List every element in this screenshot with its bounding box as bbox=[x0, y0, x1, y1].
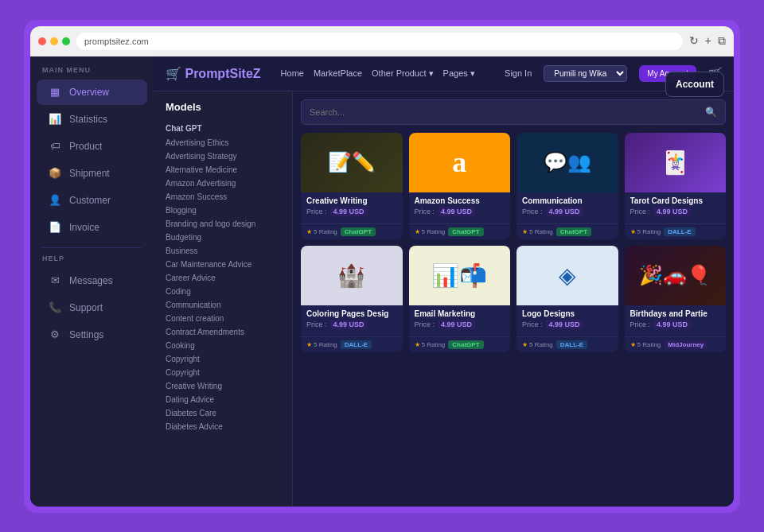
product-card[interactable]: 🎉🚗🎈 Birthdays and Partie Price : 4.99 US… bbox=[625, 246, 727, 352]
nav-pages[interactable]: Pages ▾ bbox=[443, 68, 475, 79]
model-item[interactable]: Dating Advice bbox=[166, 393, 280, 406]
product-footer: ★ 5 Rating MidJourney bbox=[625, 336, 727, 352]
user-icon: 👤 bbox=[49, 194, 61, 207]
rating-text: 5 Rating bbox=[529, 341, 553, 348]
sidebar-product-label: Product bbox=[69, 141, 102, 152]
product-image: 📝✏️ bbox=[301, 133, 403, 192]
product-footer: ★ 5 Rating ChatGPT bbox=[409, 223, 511, 239]
duplicate-icon[interactable]: ⧉ bbox=[718, 34, 726, 48]
models-title: Models bbox=[154, 91, 292, 119]
product-card[interactable]: 📊📬 Email Marketing Price : 4.99 USD ★ 5 … bbox=[409, 246, 511, 352]
product-info: Email Marketing Price : 4.99 USD bbox=[409, 305, 511, 336]
logo-part1: Prompt bbox=[185, 67, 229, 80]
model-item[interactable]: Amazon Success bbox=[166, 190, 280, 204]
rating-text: 5 Rating bbox=[529, 228, 553, 235]
rating-text: 5 Rating bbox=[637, 341, 661, 348]
document-icon: 📄 bbox=[49, 221, 61, 234]
product-card[interactable]: 💬👥 Communication Price : 4.99 USD ★ 5 Ra… bbox=[516, 133, 618, 239]
search-icon[interactable]: 🔍 bbox=[705, 107, 717, 118]
sidebar-item-product[interactable]: 🏷 Product bbox=[37, 134, 147, 159]
star-icon: ★ bbox=[630, 228, 636, 235]
sidebar-overview-label: Overview bbox=[69, 87, 109, 98]
gear-icon: ⚙ bbox=[49, 328, 61, 341]
price-value: 4.99 USD bbox=[330, 207, 368, 216]
model-tag: ChatGPT bbox=[556, 227, 591, 236]
model-tag: ChatGPT bbox=[448, 340, 483, 349]
model-item[interactable]: Branding and logo design bbox=[166, 217, 280, 231]
nav-marketplace[interactable]: MarketPlace bbox=[314, 68, 362, 78]
model-item[interactable]: Advertising Strategy bbox=[166, 150, 280, 163]
product-image: 🎉🚗🎈 bbox=[625, 246, 727, 305]
model-item[interactable]: Career Advice bbox=[166, 271, 280, 285]
product-image: 🏰 bbox=[301, 246, 403, 305]
model-item[interactable]: Copyright bbox=[166, 352, 280, 366]
model-tag: DALL-E bbox=[341, 340, 372, 349]
sidebar-item-messages[interactable]: ✉ Messages bbox=[37, 268, 147, 293]
model-item[interactable]: Advertising Ethics bbox=[166, 136, 280, 150]
nav-home[interactable]: Home bbox=[281, 68, 304, 78]
model-item[interactable]: Content creation bbox=[166, 312, 280, 325]
product-card[interactable]: ◈ Logo Designs Price : 4.99 USD ★ 5 Rati… bbox=[516, 246, 618, 352]
nav-other-product[interactable]: Other Product ▾ bbox=[372, 68, 434, 79]
minimize-button[interactable] bbox=[50, 37, 58, 45]
price-value: 4.99 USD bbox=[438, 207, 475, 216]
sidebar-item-settings[interactable]: ⚙ Settings bbox=[37, 322, 147, 348]
refresh-icon[interactable]: ↻ bbox=[689, 34, 699, 48]
model-item[interactable]: Communication bbox=[166, 298, 280, 312]
sidebar-shipment-label: Shipment bbox=[69, 168, 110, 179]
model-item[interactable]: Diabetes Advice bbox=[166, 420, 280, 433]
product-card[interactable]: 📝✏️ Creative Writing Price : 4.99 USD ★ … bbox=[301, 133, 403, 239]
model-item[interactable]: Blogging bbox=[166, 204, 280, 217]
account-badge: Account bbox=[665, 72, 724, 97]
product-info: Communication Price : 4.99 USD bbox=[516, 192, 618, 223]
sidebar-item-support[interactable]: 📞 Support bbox=[37, 295, 147, 320]
address-bar[interactable]: promptsitez.com bbox=[76, 33, 683, 50]
product-card[interactable]: a Amazon Success Price : 4.99 USD ★ 5 Ra… bbox=[409, 133, 511, 239]
model-item[interactable]: Coding bbox=[166, 285, 280, 298]
logo-part2: SiteZ bbox=[229, 67, 260, 80]
star-icon: ★ bbox=[630, 341, 636, 348]
box-icon: 📦 bbox=[49, 167, 61, 180]
maximize-button[interactable] bbox=[62, 37, 70, 45]
rating-badge: ★ 5 Rating bbox=[630, 228, 661, 235]
sidebar-divider bbox=[42, 247, 142, 248]
sidebar-item-statistics[interactable]: 📊 Statistics bbox=[37, 107, 147, 132]
sidebar-item-invoice[interactable]: 📄 Invoice bbox=[37, 215, 147, 240]
product-card[interactable]: 🃏 Tarot Card Designs Price : 4.99 USD ★ … bbox=[625, 133, 727, 239]
model-tag: ChatGPT bbox=[448, 227, 483, 236]
logo[interactable]: 🛒 PromptSiteZ bbox=[166, 66, 261, 81]
model-item[interactable]: Creative Writing bbox=[166, 379, 280, 393]
price-label: Price : bbox=[306, 320, 327, 328]
product-card[interactable]: 🏰 Coloring Pages Desig Price : 4.99 USD … bbox=[301, 246, 403, 352]
model-tag: ChatGPT bbox=[341, 227, 376, 236]
product-footer: ★ 5 Rating ChatGPT bbox=[516, 223, 618, 239]
product-name: Birthdays and Partie bbox=[630, 309, 721, 318]
sidebar-item-customer[interactable]: 👤 Customer bbox=[37, 188, 147, 213]
model-item[interactable]: Cooking bbox=[166, 339, 280, 352]
model-item[interactable]: Contract Amendments bbox=[166, 325, 280, 339]
sign-in-button[interactable]: Sign In bbox=[505, 68, 532, 78]
price-value: 4.99 USD bbox=[438, 320, 475, 329]
chart-icon: 📊 bbox=[49, 113, 61, 126]
model-item[interactable]: Business bbox=[166, 244, 280, 258]
model-item[interactable]: Copyright bbox=[166, 366, 280, 379]
model-item[interactable]: Amazon Advertising bbox=[166, 177, 280, 190]
search-input[interactable] bbox=[310, 107, 705, 117]
model-item[interactable]: Car Maintenance Advice bbox=[166, 258, 280, 271]
price-value: 4.99 USD bbox=[653, 207, 691, 216]
language-selector[interactable]: Pumili ng Wika bbox=[544, 65, 627, 82]
sidebar-item-overview[interactable]: ▦ Overview bbox=[37, 80, 147, 105]
model-item[interactable]: Budgeting bbox=[166, 231, 280, 244]
sidebar-settings-label: Settings bbox=[69, 329, 103, 340]
grid-icon: ▦ bbox=[49, 86, 61, 99]
sidebar-item-shipment[interactable]: 📦 Shipment bbox=[37, 161, 147, 186]
model-item[interactable]: Diabetes Care bbox=[166, 406, 280, 420]
product-price-row: Price : 4.99 USD bbox=[415, 320, 505, 329]
close-button[interactable] bbox=[38, 37, 46, 45]
sidebar-customer-label: Customer bbox=[69, 195, 111, 206]
model-item[interactable]: Alternative Medicine bbox=[166, 163, 280, 177]
rating-text: 5 Rating bbox=[422, 228, 446, 235]
add-tab-icon[interactable]: + bbox=[705, 34, 711, 48]
window-controls bbox=[38, 37, 70, 45]
star-icon: ★ bbox=[415, 341, 420, 348]
